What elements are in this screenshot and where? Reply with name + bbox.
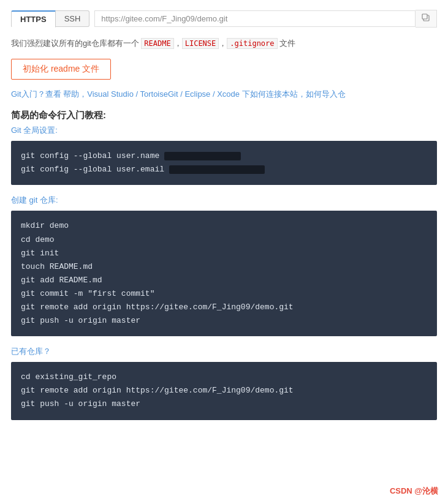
create-repo-code: mkdir demo cd demo git init touch README… [11,211,437,336]
readme-code: README [141,38,173,49]
existing-repo-subtitle: 已有仓库？ [11,346,437,357]
global-config-subtitle: Git 全局设置: [11,125,437,136]
existing-repo-code: cd existing_git_repo git remote add orig… [11,362,437,419]
create-repo-subtitle: 创建 git 仓库: [11,195,437,206]
main-container: HTTPS SSH 我们强烈建议所有的git仓库都有一个 README，LICE… [0,0,448,440]
create-repo-section: 创建 git 仓库: mkdir demo cd demo git init t… [11,195,437,336]
username-blurred: ████████████████ [164,152,241,160]
tab-https[interactable]: HTTPS [11,10,56,28]
global-config-section: Git 全局设置: git config --global user.name … [11,125,437,185]
email-blurred: ████████████████████ [169,165,265,174]
existing-repo-section: 已有仓库？ cd existing_git_repo git remote ad… [11,346,437,419]
gitignore-code: .gitignore [227,38,277,49]
copy-url-button[interactable] [416,10,437,28]
tab-ssh[interactable]: SSH [56,10,90,27]
svg-rect-1 [422,14,427,19]
section-title: 简易的命令行入门教程: [11,110,437,121]
init-readme-button[interactable]: 初始化 readme 文件 [11,59,111,80]
repo-url-input[interactable] [94,10,416,27]
git-help-text: Git入门？查看 帮助，Visual Studio / TortoiseGit … [11,88,437,100]
url-row: HTTPS SSH [11,10,437,28]
global-config-code: git config --global user.name ██████████… [11,141,437,185]
csdn-watermark: CSDN @沦横 [390,486,438,497]
recommend-text: 我们强烈建议所有的git仓库都有一个 README，LICENSE，.gitig… [11,37,437,50]
license-code: LICENSE [182,38,219,49]
